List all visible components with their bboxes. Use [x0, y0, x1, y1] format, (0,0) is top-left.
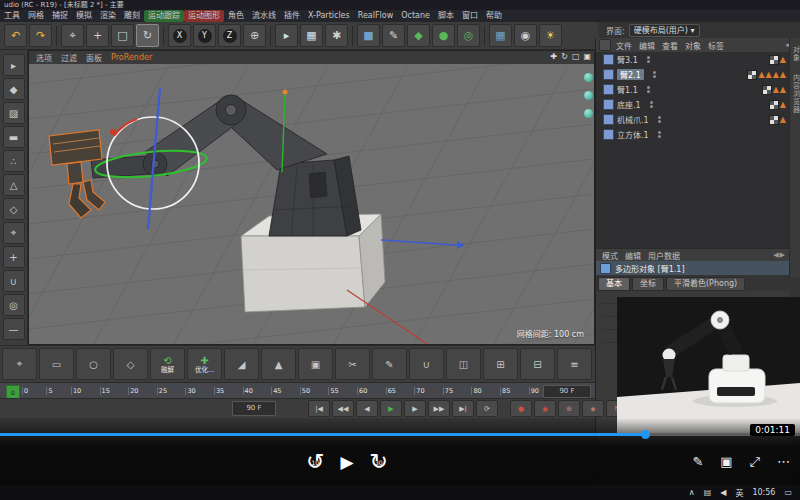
menu-render[interactable]: 渲染: [96, 10, 120, 22]
notification-icon[interactable]: ▭: [784, 488, 792, 497]
coordinate-system-icon[interactable]: ⊕: [243, 24, 266, 47]
uvw-tag-icon[interactable]: [769, 100, 779, 110]
polygon-selection-tag-icon[interactable]: ▲: [766, 71, 772, 79]
clock[interactable]: 10:56: [752, 488, 775, 497]
menu-realflow[interactable]: RealFlow: [354, 10, 398, 22]
om-menu-objects[interactable]: 对象: [682, 40, 704, 51]
menu-character[interactable]: 角色: [224, 10, 248, 22]
object-name[interactable]: 臂1.1: [617, 84, 638, 95]
object-name[interactable]: 底座.1: [617, 99, 641, 110]
polygon-selection-tag-icon[interactable]: ▲: [780, 71, 786, 79]
object-row[interactable]: 臂3.1 ▲: [596, 52, 789, 67]
visibility-dots[interactable]: [650, 101, 653, 108]
y-axis-lock-icon[interactable]: Y: [193, 24, 216, 47]
prev-key-button[interactable]: ◀◀: [332, 400, 354, 417]
bevel-icon[interactable]: ◢: [224, 348, 259, 380]
polygon-mode-icon[interactable]: ◇: [3, 198, 25, 220]
model-mode-icon[interactable]: ◆: [3, 78, 25, 100]
light-object-icon[interactable]: ☀: [539, 24, 562, 47]
menu-simulate[interactable]: 模拟: [72, 10, 96, 22]
tab-basic[interactable]: 基本: [598, 277, 630, 291]
live-select-icon[interactable]: ⌖: [2, 348, 37, 380]
visibility-dots[interactable]: [647, 56, 650, 63]
record-scale-button[interactable]: ◈: [582, 400, 604, 417]
menu-xparticles[interactable]: X-Particles: [304, 10, 354, 22]
make-editable-icon[interactable]: ▸: [3, 54, 25, 76]
uvw-tag-icon[interactable]: [769, 115, 779, 125]
object-tags[interactable]: ▲: [769, 55, 786, 65]
dock-tab-objects[interactable]: 对象: [791, 46, 800, 62]
camera-object-icon[interactable]: ◉: [514, 24, 537, 47]
polygon-selection-tag-icon[interactable]: ▲: [758, 71, 764, 79]
play-button[interactable]: ▶: [380, 400, 402, 417]
polygon-selection-tag-icon[interactable]: ▲: [780, 101, 786, 109]
object-tags[interactable]: ▲: [769, 115, 786, 125]
end-frame-field[interactable]: 90 F: [543, 385, 591, 398]
floor-object-icon[interactable]: ▦: [489, 24, 512, 47]
fullscreen-icon[interactable]: ⤢: [750, 454, 760, 470]
edge-mode-icon[interactable]: △: [3, 174, 25, 196]
generator-icon[interactable]: ●: [432, 24, 455, 47]
volume-icon[interactable]: ◀: [720, 488, 726, 497]
tray-chevron-icon[interactable]: ∧: [689, 488, 695, 497]
polygon-selection-tag-icon[interactable]: ▲: [780, 56, 786, 64]
next-key-button[interactable]: ▶▶: [428, 400, 450, 417]
visibility-dots[interactable]: [658, 131, 661, 138]
object-name[interactable]: 机械爪.1: [617, 114, 649, 125]
om-menu-file[interactable]: 文件: [613, 40, 635, 51]
am-menu-mode[interactable]: 模式: [599, 250, 621, 261]
weld-icon[interactable]: ∪: [409, 348, 444, 380]
edit-note-icon[interactable]: ✎: [692, 454, 703, 470]
object-row[interactable]: 臂1.1 ▲ ▲: [596, 82, 789, 97]
forward-30-button[interactable]: ↻30: [370, 451, 388, 473]
tab-coordinates[interactable]: 坐标: [632, 277, 664, 291]
viewport-menu-prorender[interactable]: ProRender: [111, 53, 152, 62]
filter-sphere-icon[interactable]: [584, 91, 593, 100]
zoom-view-icon[interactable]: □: [572, 52, 580, 61]
rewind-10-button[interactable]: ↺10: [306, 451, 324, 473]
object-row[interactable]: 立方体.1: [596, 127, 789, 142]
viewport-menu-options[interactable]: 选项: [36, 52, 52, 63]
timeline-ruler[interactable]: 0 0510 152025 303540 455055 606570 75808…: [0, 382, 595, 399]
next-frame-button[interactable]: ▶: [404, 400, 426, 417]
object-tags[interactable]: ▲: [769, 100, 786, 110]
layout-dropdown[interactable]: 硬模布局(用户) ▾: [629, 24, 700, 37]
object-name[interactable]: 立方体.1: [617, 129, 649, 140]
array-icon[interactable]: ⊞: [483, 348, 518, 380]
menu-octane[interactable]: Octane: [397, 10, 434, 22]
menu-motion-tracker[interactable]: 运动跟踪: [144, 10, 184, 22]
viewport-solo-icon[interactable]: ◎: [3, 294, 25, 316]
om-menu-view[interactable]: 查看: [659, 40, 681, 51]
uvw-tag-icon[interactable]: [762, 85, 772, 95]
extrude-icon[interactable]: ▲: [261, 348, 296, 380]
tray-app-icon[interactable]: ▤: [704, 488, 712, 497]
pan-view-icon[interactable]: ✚: [550, 52, 557, 61]
visibility-dots[interactable]: [653, 71, 656, 78]
commands-icon[interactable]: ≡: [557, 348, 592, 380]
viewport-menu-filter[interactable]: 过滤: [61, 52, 77, 63]
om-menu-tags[interactable]: 标签: [705, 40, 727, 51]
dock-tab-content-browser[interactable]: 内容浏览器: [791, 74, 800, 114]
knife-icon[interactable]: ✂: [335, 348, 370, 380]
menu-sculpt[interactable]: 雕刻: [120, 10, 144, 22]
optimize-button[interactable]: ✚ 优化...: [187, 348, 222, 380]
am-menu-userdata[interactable]: 用户数据: [645, 250, 683, 261]
move-tool-icon[interactable]: +: [86, 24, 109, 47]
redo-icon[interactable]: ↷: [29, 24, 52, 47]
video-play-button[interactable]: ▶: [340, 452, 353, 472]
polygon-selection-tag-icon[interactable]: ▲: [773, 71, 779, 79]
menu-window[interactable]: 窗口: [458, 10, 482, 22]
visibility-dots[interactable]: [658, 116, 661, 123]
workplane-mode-icon[interactable]: ▬: [3, 126, 25, 148]
menu-snap[interactable]: 捕捉: [48, 10, 72, 22]
language-indicator[interactable]: 英: [735, 487, 743, 498]
x-axis-lock-icon[interactable]: X: [168, 24, 191, 47]
menu-pipeline[interactable]: 流水线: [248, 10, 280, 22]
viewport-canvas[interactable]: [29, 64, 594, 344]
more-icon[interactable]: ⋯: [777, 454, 790, 470]
autokeying-button[interactable]: ◉: [534, 400, 556, 417]
mirror-icon[interactable]: ◫: [446, 348, 481, 380]
polygon-selection-tag-icon[interactable]: ▲: [773, 86, 779, 94]
menu-mograph[interactable]: 运动图形: [184, 10, 224, 22]
maximize-view-icon[interactable]: ▣: [583, 52, 591, 61]
